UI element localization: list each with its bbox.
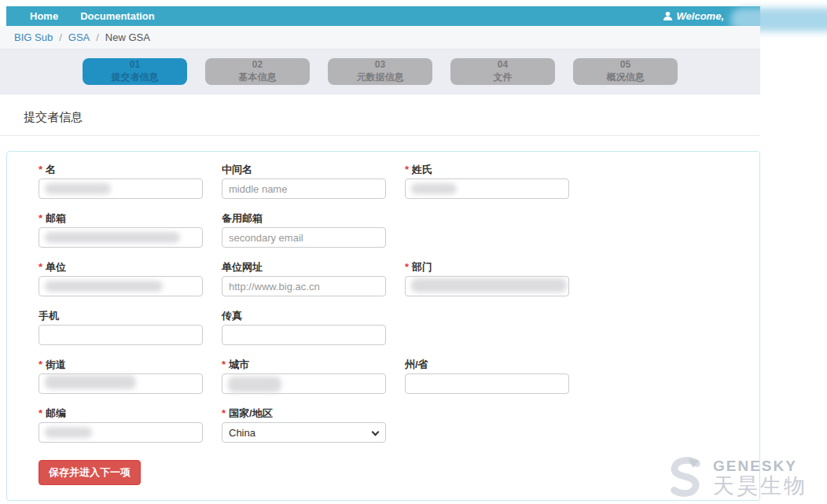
street-input[interactable] (39, 373, 203, 394)
organization-url-label: 单位网址 (222, 260, 386, 274)
organization-url-input[interactable] (222, 276, 386, 296)
nav-item-documentation[interactable]: Documentation (69, 6, 166, 26)
form-row: *街道 *城市 州/省 (39, 358, 759, 394)
department-input[interactable] (405, 276, 569, 296)
zip-label: *邮编 (39, 407, 203, 420)
last-name-input[interactable] (405, 178, 569, 199)
organization-input[interactable] (39, 276, 203, 296)
fax-input[interactable] (222, 325, 386, 345)
divider (0, 135, 760, 136)
organization-label: *单位 (39, 260, 203, 274)
step-label: 文件 (450, 72, 555, 84)
step-label: 提交者信息 (83, 72, 187, 84)
required-marker: * (39, 164, 42, 175)
form-row: *名 中间名 *姓氏 (39, 163, 759, 199)
fax-label: 传真 (222, 309, 386, 322)
fax-field: 传真 (222, 309, 386, 345)
street-field: *街道 (39, 358, 203, 394)
organization-url-field: 单位网址 (222, 260, 386, 296)
nav-item-home[interactable]: Home (19, 6, 69, 26)
city-input[interactable] (222, 373, 386, 394)
zip-field: *邮编 (39, 407, 203, 443)
person-icon (663, 11, 673, 21)
last-name-field: *姓氏 (405, 163, 569, 199)
form-row: *邮编 *国家/地区 China (39, 407, 759, 443)
form-row: *邮箱 备用邮箱 (39, 212, 759, 248)
form-row: *单位 单位网址 *部门 (39, 260, 759, 296)
required-marker: * (405, 164, 409, 175)
welcome-label: Welcome, (677, 10, 724, 22)
step-4-files[interactable]: 04 文件 (450, 58, 555, 85)
step-wizard: 01 提交者信息 02 基本信息 03 元数据信息 04 文件 05 概况信息 (0, 49, 760, 94)
step-number: 02 (205, 59, 310, 72)
first-name-label: *名 (39, 163, 203, 176)
step-number: 04 (450, 59, 555, 72)
page-title: 提交者信息 (24, 110, 83, 125)
country-label: *国家/地区 (222, 407, 386, 420)
step-label: 概况信息 (573, 72, 678, 84)
department-label: *部门 (405, 260, 569, 274)
user-menu[interactable]: Welcome, (663, 10, 760, 22)
submitter-form-panel: *名 中间名 *姓氏 *邮箱 (6, 151, 760, 501)
secondary-email-label: 备用邮箱 (222, 212, 386, 225)
breadcrumb-separator: / (96, 31, 99, 43)
required-marker: * (405, 261, 409, 273)
city-field: *城市 (222, 358, 386, 394)
mobile-input[interactable] (39, 325, 203, 345)
required-marker: * (39, 261, 42, 273)
form-row: 手机 传真 (39, 309, 759, 345)
required-marker: * (39, 212, 42, 224)
first-name-input[interactable] (39, 178, 203, 199)
middle-name-field: 中间名 (222, 163, 386, 199)
step-number: 05 (573, 59, 678, 72)
step-2-basic-info[interactable]: 02 基本信息 (205, 58, 310, 85)
step-1-submitter-info[interactable]: 01 提交者信息 (83, 58, 187, 85)
last-name-label: *姓氏 (405, 163, 569, 176)
step-label: 基本信息 (205, 72, 310, 84)
breadcrumb: BIG Sub / GSA / New GSA (0, 26, 760, 49)
state-input[interactable] (405, 373, 569, 394)
department-field: *部门 (405, 260, 569, 296)
step-number: 03 (328, 59, 432, 72)
state-field: 州/省 (405, 358, 569, 394)
middle-name-label: 中间名 (222, 163, 386, 176)
breadcrumb-big-sub[interactable]: BIG Sub (14, 31, 53, 43)
breadcrumb-current: New GSA (105, 31, 150, 43)
required-marker: * (222, 359, 226, 370)
email-input[interactable] (39, 227, 203, 248)
street-label: *街道 (39, 358, 203, 371)
secondary-email-input[interactable] (222, 227, 386, 248)
step-3-metadata-info[interactable]: 03 元数据信息 (328, 58, 432, 85)
top-navbar: Home Documentation Welcome, (6, 6, 760, 26)
step-5-overview-info[interactable]: 05 概况信息 (573, 58, 678, 85)
breadcrumb-gsa[interactable]: GSA (68, 31, 90, 43)
secondary-email-field: 备用邮箱 (222, 212, 386, 248)
country-field: *国家/地区 China (222, 407, 386, 443)
zip-input[interactable] (39, 422, 203, 443)
save-and-next-button[interactable]: 保存并进入下一项 (39, 460, 141, 485)
mobile-label: 手机 (39, 309, 203, 322)
step-label: 元数据信息 (328, 72, 432, 84)
email-label: *邮箱 (39, 212, 203, 225)
first-name-field: *名 (39, 163, 203, 199)
required-marker: * (222, 407, 226, 419)
email-field: *邮箱 (39, 212, 203, 248)
state-label: 州/省 (405, 358, 569, 371)
city-label: *城市 (222, 358, 386, 371)
required-marker: * (39, 359, 42, 370)
mobile-field: 手机 (39, 309, 203, 345)
breadcrumb-separator: / (59, 31, 62, 43)
required-marker: * (39, 407, 42, 419)
country-select[interactable]: China (222, 422, 386, 443)
step-number: 01 (83, 59, 187, 72)
middle-name-input[interactable] (222, 178, 386, 199)
organization-field: *单位 (39, 260, 203, 296)
